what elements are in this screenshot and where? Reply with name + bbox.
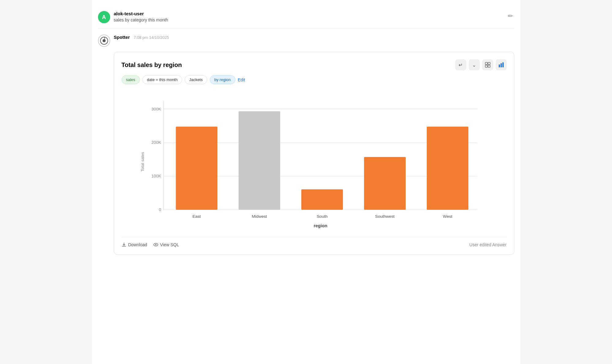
answer-card: Total sales by region ↵ ⌄ [114,52,514,255]
svg-rect-2 [485,62,487,65]
svg-rect-7 [501,63,502,67]
download-icon [122,242,126,247]
card-title: Total sales by region [122,61,182,69]
table-view-button[interactable] [482,59,493,70]
y-tick-200k: 200K [151,140,161,145]
chart-container: Total sales 0 100K 200K 300K [122,91,507,232]
bar-south[interactable] [301,189,343,210]
bar-west[interactable] [427,127,468,210]
svg-rect-3 [488,62,490,65]
y-tick-0: 0 [159,207,161,212]
edited-label: User edited Answer [469,242,506,247]
tag-by-region[interactable]: by region [210,75,235,84]
view-sql-button[interactable]: View SQL [153,242,179,247]
y-tick-300k: 300K [151,107,161,111]
x-label-west: West [443,214,452,219]
bar-midwest[interactable] [238,111,280,210]
user-message-content: alok-test-user sales by category this mo… [114,11,503,22]
x-label-midwest: Midwest [252,214,267,219]
spotter-meta: Spotter 7:08 pm 14/10/2025 [114,35,169,40]
spotter-name: Spotter [114,35,130,40]
card-footer: Download View SQL User edited Answer [122,237,507,247]
page: A alok-test-user sales by category this … [92,0,520,364]
eye-icon [153,242,158,247]
download-button[interactable]: Download [122,242,147,247]
tag-jackets[interactable]: Jackets [185,75,207,84]
spotter-avatar [98,35,110,47]
x-label-east: East [192,214,201,219]
user-avatar: A [98,11,110,23]
chart-view-button[interactable] [496,59,507,70]
x-label-southwest: Southwest [375,214,395,219]
bar-chart: Total sales 0 100K 200K 300K [122,91,507,232]
back-button[interactable]: ↵ [455,59,466,70]
view-sql-label: View SQL [160,242,179,247]
user-name: alok-test-user [114,11,503,16]
edit-filters-button[interactable]: Edit [238,77,245,82]
tag-sales[interactable]: sales [122,75,140,84]
card-header: Total sales by region ↵ ⌄ [122,59,507,70]
spotter-timestamp: 7:08 pm 14/10/2025 [133,35,169,40]
y-axis-label: Total sales [140,152,145,172]
expand-button[interactable]: ⌄ [469,59,480,70]
download-label: Download [128,242,147,247]
x-axis-label: region [314,223,327,228]
card-controls: ↵ ⌄ [455,59,507,70]
svg-rect-4 [485,65,487,67]
svg-point-15 [155,244,156,245]
svg-rect-8 [502,62,504,67]
x-label-south: South [317,214,327,219]
y-tick-100k: 100K [151,174,161,178]
bar-east[interactable] [176,127,217,210]
user-message: A alok-test-user sales by category this … [98,6,514,28]
spotter-row: Spotter 7:08 pm 14/10/2025 [98,35,514,47]
filter-tags: sales date = this month Jackets by regio… [122,75,507,84]
svg-rect-6 [499,65,500,67]
svg-rect-5 [488,65,490,67]
footer-actions: Download View SQL [122,242,179,247]
tag-date[interactable]: date = this month [142,75,182,84]
user-query: sales by category this month [114,17,503,22]
bar-southwest[interactable] [364,157,406,210]
edit-message-button[interactable]: ✏ [507,11,514,21]
